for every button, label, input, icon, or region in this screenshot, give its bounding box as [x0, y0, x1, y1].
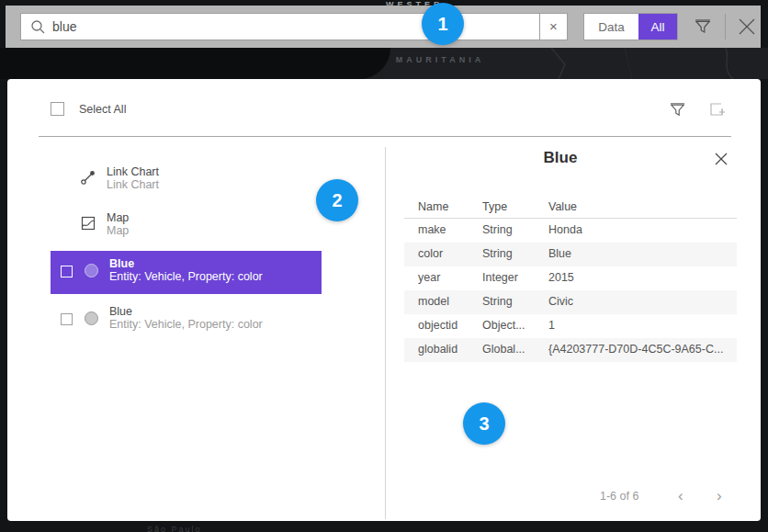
close-search-icon[interactable]: [732, 12, 762, 41]
list-item-subtitle: Entity: Vehicle, Property: color: [109, 270, 263, 283]
cell-name: year: [418, 271, 440, 284]
list-item-blue[interactable]: Blue Entity: Vehicle, Property: color: [51, 299, 322, 342]
table-row: make String Honda: [404, 219, 737, 243]
list-item-title: Blue: [109, 305, 263, 318]
data-all-toggle: Data All: [583, 13, 678, 40]
search-icon: [30, 19, 46, 35]
table-row: objectid Object... 1: [404, 314, 737, 338]
entity-circle-icon: [85, 264, 98, 277]
entity-circle-icon: [85, 311, 98, 325]
list-item-title: Link Chart: [107, 165, 159, 178]
cell-value: Honda: [548, 223, 582, 236]
clear-search-button[interactable]: ×: [539, 13, 568, 40]
table-row: model String Civic: [404, 290, 737, 314]
list-item-blue-selected[interactable]: Blue Entity: Vehicle, Property: color: [51, 251, 322, 294]
header-divider: [39, 136, 731, 137]
map-boundary-lines: [514, 48, 768, 79]
panel-vertical-divider: [385, 147, 386, 519]
cell-value: 2015: [548, 271, 574, 284]
table-row: year Integer 2015: [404, 266, 737, 290]
filter-icon[interactable]: [689, 13, 717, 40]
pagination: 1-6 of 6 ‹ ›: [386, 487, 735, 505]
callout-2: 2: [316, 179, 358, 221]
toolbar-divider: [725, 14, 726, 40]
select-all-label: Select All: [79, 103, 126, 116]
cell-name: make: [418, 223, 446, 236]
list-item-subtitle: Map: [107, 224, 129, 237]
panel-filter-icon[interactable]: [665, 97, 689, 121]
col-header-value: Value: [548, 200, 577, 213]
cell-type: String: [482, 247, 513, 260]
list-item-map[interactable]: Map Map: [80, 211, 129, 237]
col-header-name: Name: [418, 200, 448, 213]
select-all-checkbox[interactable]: [51, 102, 64, 116]
table-header-row: Name Type Value: [404, 197, 737, 219]
list-item-link-chart[interactable]: Link Chart Link Chart: [80, 165, 159, 191]
cell-name: color: [418, 247, 443, 260]
cell-type: String: [482, 295, 513, 308]
list-item-title: Blue: [109, 257, 263, 270]
list-item-title: Map: [107, 211, 129, 224]
cell-value: Blue: [548, 247, 571, 260]
toggle-all-button[interactable]: All: [638, 14, 677, 40]
cell-type: Global...: [482, 343, 525, 356]
add-to-selection-icon[interactable]: [706, 97, 729, 121]
pagination-label: 1-6 of 6: [600, 490, 638, 503]
cell-name: model: [418, 295, 449, 308]
callout-3: 3: [463, 402, 505, 445]
list-item-subtitle: Entity: Vehicle, Property: color: [109, 318, 263, 331]
item-checkbox[interactable]: [61, 266, 73, 277]
toggle-data-button[interactable]: Data: [584, 14, 638, 40]
map-label-mauritania: MAURITANIA: [371, 55, 509, 64]
chevron-right-icon[interactable]: ›: [717, 487, 722, 505]
list-item-subtitle: Link Chart: [107, 178, 159, 191]
chevron-left-icon[interactable]: ‹: [678, 487, 683, 505]
cell-type: Integer: [482, 271, 518, 284]
cell-value: Civic: [548, 295, 573, 308]
detail-title: Blue: [386, 149, 735, 167]
cell-type: Object...: [482, 319, 525, 332]
col-header-type: Type: [482, 200, 507, 213]
callout-1: 1: [422, 3, 464, 45]
table-row: globalid Global... {A4203777-D70D-4C5C-9…: [404, 338, 737, 362]
link-chart-icon: [80, 169, 96, 186]
item-checkbox[interactable]: [61, 313, 73, 325]
map-label-bottom: São Paulo: [147, 525, 294, 532]
cell-type: String: [482, 223, 513, 236]
detail-close-icon[interactable]: [711, 149, 731, 169]
search-results-panel: Select All Link Chart Link Chart Map Map…: [7, 79, 761, 521]
map-dark-landmass: [0, 48, 390, 79]
cell-value: {A4203777-D70D-4C5C-9A65-C...: [548, 343, 723, 356]
cell-name: globalid: [418, 343, 457, 356]
cell-value: 1: [548, 319, 555, 332]
properties-table: Name Type Value make String Honda color …: [404, 197, 737, 362]
map-icon: [80, 215, 96, 232]
table-row: color String Blue: [404, 243, 737, 266]
cell-name: objectid: [418, 319, 457, 332]
search-toolbar: × Data All: [6, 6, 761, 48]
